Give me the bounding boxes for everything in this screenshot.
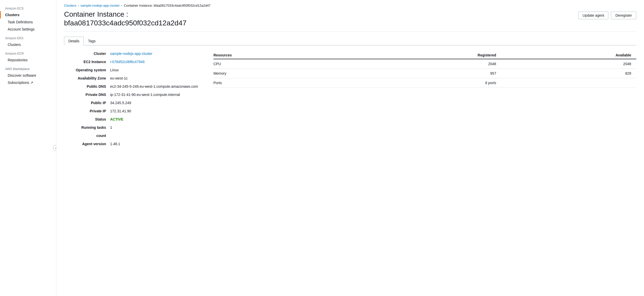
detail-row-private-ip: Private IP 172.31.41.90 [64,109,198,113]
label-az: Availability Zone [64,76,110,80]
resources-table: Resources Registered Available CPU 2048 … [213,52,636,88]
sidebar-item-clusters-eks[interactable]: Clusters [0,41,56,48]
details-layout: Cluster sample-nodejs-app-cluster EC2 In… [64,52,636,150]
page-title-line1: Container Instance : [64,10,186,19]
sidebar-collapse-btn[interactable]: ◀ [53,145,56,151]
label-private-dns: Private DNS [64,93,110,97]
breadcrumb: Clusters › sample-nodejs-app-cluster › C… [64,0,636,10]
label-status: Status [64,117,110,121]
value-agent-version: 1.48.1 [110,142,120,146]
detail-row-private-dns: Private DNS ip-172-31-41-90.eu-west-1.co… [64,93,198,97]
update-agent-button[interactable]: Update agent [578,12,608,19]
cpu-registered: 2048 [349,59,501,69]
ports-available [501,78,636,88]
memory-registered: 957 [349,69,501,78]
deregister-button[interactable]: Deregister [611,12,636,19]
sidebar-section-aws-marketplace: AWS Marketplace [0,64,56,72]
ports-registered: 6 ports [349,78,501,88]
label-agent-version: Agent version [64,142,110,146]
breadcrumb-cluster-name[interactable]: sample-nodejs-app-cluster [80,4,120,7]
detail-row-az: Availability Zone eu-west-1c [64,76,198,80]
detail-row-public-ip: Public IP 34.245.5.249 [64,101,198,105]
detail-row-os: Operating system Linux [64,68,198,72]
label-public-ip: Public IP [64,101,110,105]
value-status: ACTIVE [110,117,123,121]
value-az: eu-west-1c [110,76,128,80]
memory-resource: Memory [213,69,349,78]
breadcrumb-sep-2: › [121,4,122,7]
memory-available: 829 [501,69,636,78]
value-public-ip: 34.245.5.249 [110,101,131,105]
sidebar-item-task-definitions[interactable]: Task Definitions [0,18,56,26]
value-private-ip: 172.31.41.90 [110,109,131,113]
tab-details[interactable]: Details [64,37,84,45]
label-ec2: EC2 Instance [64,60,110,64]
page-header: Container Instance : bfaa0817033c4adc950… [64,10,636,32]
value-private-dns: ip-172-31-41-90.eu-west-1.compute.intern… [110,93,180,97]
sidebar-section-amazon-eks: Amazon EKS [0,33,56,41]
detail-row-public-dns: Public DNS ec2-34-245-5-249.eu-west-1.co… [64,84,198,88]
details-fields: Cluster sample-nodejs-app-cluster EC2 In… [64,52,198,150]
col-header-registered: Registered [349,52,501,59]
sidebar-item-subscriptions[interactable]: Subscriptions ↗ [0,79,56,86]
label-os: Operating system [64,68,110,72]
detail-row-ec2: EC2 Instance i-078d52c06f6c47946 [64,60,198,64]
sidebar-item-clusters-ecs[interactable]: Clusters [0,11,56,18]
sidebar-item-account-settings[interactable]: Account Settings [0,26,56,33]
detail-row-running-tasks: Running tasks 1 [64,125,198,130]
breadcrumb-clusters[interactable]: Clusters [64,4,76,7]
detail-row-cluster: Cluster sample-nodejs-app-cluster [64,52,198,56]
label-count: count [64,134,110,138]
col-header-resources: Resources [213,52,349,59]
label-public-dns: Public DNS [64,84,110,88]
detail-row-agent-version: Agent version 1.48.1 [64,142,198,146]
breadcrumb-current: Container Instance: bfaa0817033c4adc950f… [124,4,211,7]
detail-row-count: count [64,134,198,138]
table-row-cpu: CPU 2048 2048 [213,59,636,69]
col-header-available: Available [501,52,636,59]
value-public-dns: ec2-34-245-5-249.eu-west-1.compute.amazo… [110,84,198,88]
sidebar-section-amazon-ecr: Amazon ECR [0,48,56,56]
detail-row-status: Status ACTIVE [64,117,198,121]
sidebar-item-repositories[interactable]: Repositories [0,56,56,64]
value-cluster[interactable]: sample-nodejs-app-cluster [110,52,152,56]
cpu-resource: CPU [213,59,349,69]
page-title: Container Instance : bfaa0817033c4adc950… [64,10,186,27]
sidebar: Amazon ECSClustersTask DefinitionsAccoun… [0,0,56,296]
resources-section: Resources Registered Available CPU 2048 … [213,52,636,150]
table-row-memory: Memory 957 829 [213,69,636,78]
label-running-tasks: Running tasks [64,125,110,130]
sidebar-item-discover-software[interactable]: Discover software [0,72,56,79]
tabs: Details Tags [64,37,636,45]
table-row-ports: Ports 6 ports [213,78,636,88]
value-ec2[interactable]: i-078d52c06f6c47946 [110,60,145,64]
label-cluster: Cluster [64,52,110,56]
sidebar-section-amazon-ecs: Amazon ECS [0,3,56,11]
page-title-line2: bfaa0817033c4adc950f032cd12a2d47 [64,19,186,27]
tab-tags[interactable]: Tags [84,37,100,45]
label-private-ip: Private IP [64,109,110,113]
breadcrumb-sep-1: › [78,4,79,7]
main-content: Clusters › sample-nodejs-app-cluster › C… [56,0,644,296]
ports-resource: Ports [213,78,349,88]
page-actions: Update agent Deregister [578,10,636,19]
value-os: Linux [110,68,119,72]
cpu-available: 2048 [501,59,636,69]
value-running-tasks: 1 [110,125,112,130]
